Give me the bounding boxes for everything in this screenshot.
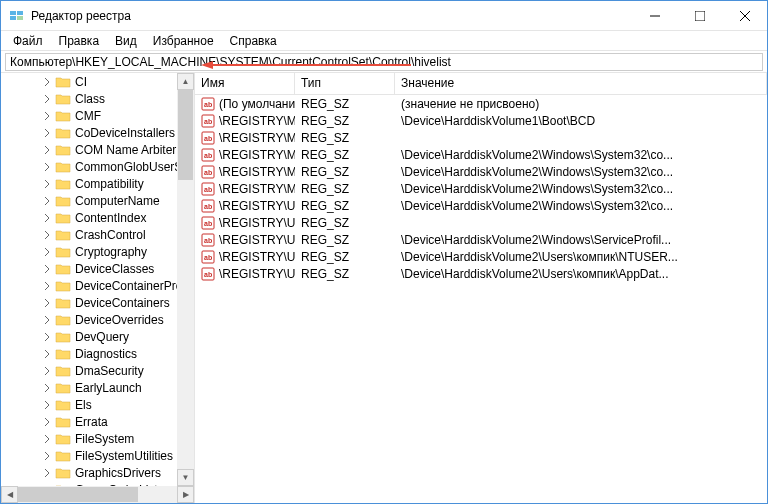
- tree-item[interactable]: Diagnostics: [1, 345, 194, 362]
- tree-item-label: Errata: [75, 415, 108, 429]
- menu-edit[interactable]: Правка: [51, 32, 108, 50]
- tree-item[interactable]: Compatibility: [1, 175, 194, 192]
- scroll-left-button[interactable]: ◀: [1, 486, 18, 503]
- tree-expand-icon[interactable]: [41, 467, 53, 479]
- tree-item[interactable]: ComputerName: [1, 192, 194, 209]
- list-row[interactable]: ab\REGISTRY\USE...REG_SZ\Device\Harddisk…: [195, 197, 767, 214]
- column-header-name[interactable]: Имя: [195, 73, 295, 94]
- cell-name: ab\REGISTRY\MA...: [195, 148, 295, 162]
- tree-item[interactable]: Cryptography: [1, 243, 194, 260]
- tree-item[interactable]: CommonGlobUserSe: [1, 158, 194, 175]
- tree-item[interactable]: FileSystemUtilities: [1, 447, 194, 464]
- column-header-value[interactable]: Значение: [395, 73, 767, 94]
- tree-item[interactable]: CrashControl: [1, 226, 194, 243]
- list-row[interactable]: ab\REGISTRY\USE...REG_SZ\Device\Harddisk…: [195, 231, 767, 248]
- column-header-type[interactable]: Тип: [295, 73, 395, 94]
- tree-item[interactable]: CMF: [1, 107, 194, 124]
- tree-horizontal-scrollbar[interactable]: ◀ ▶: [1, 486, 194, 503]
- tree-item[interactable]: FileSystem: [1, 430, 194, 447]
- tree-item[interactable]: DeviceContainerProp: [1, 277, 194, 294]
- close-button[interactable]: [722, 1, 767, 31]
- tree-item[interactable]: DevQuery: [1, 328, 194, 345]
- tree-expand-icon[interactable]: [41, 229, 53, 241]
- tree-expand-icon[interactable]: [41, 382, 53, 394]
- tree-expand-icon[interactable]: [41, 450, 53, 462]
- tree-scroll[interactable]: CIClassCMFCoDeviceInstallersCOM Name Arb…: [1, 73, 194, 486]
- tree-expand-icon[interactable]: [41, 76, 53, 88]
- tree-expand-icon[interactable]: [41, 93, 53, 105]
- menu-favorites[interactable]: Избранное: [145, 32, 222, 50]
- address-input[interactable]: [5, 53, 763, 71]
- tree-item-label: COM Name Arbiter: [75, 143, 176, 157]
- svg-text:ab: ab: [204, 254, 212, 261]
- addressbar: [1, 51, 767, 73]
- scroll-thumb[interactable]: [178, 90, 193, 180]
- list-row[interactable]: ab\REGISTRY\MA...REG_SZ\Device\HarddiskV…: [195, 163, 767, 180]
- list-row[interactable]: ab\REGISTRY\USE...REG_SZ: [195, 214, 767, 231]
- tree-expand-icon[interactable]: [41, 144, 53, 156]
- tree-expand-icon[interactable]: [41, 348, 53, 360]
- tree-item[interactable]: DeviceClasses: [1, 260, 194, 277]
- list-row[interactable]: ab\REGISTRY\MA...REG_SZ\Device\HarddiskV…: [195, 146, 767, 163]
- scroll-track[interactable]: [18, 486, 177, 503]
- list-row[interactable]: ab\REGISTRY\MA...REG_SZ\Device\HarddiskV…: [195, 180, 767, 197]
- tree-expand-icon[interactable]: [41, 212, 53, 224]
- menu-file[interactable]: Файл: [5, 32, 51, 50]
- tree-item[interactable]: Errata: [1, 413, 194, 430]
- folder-icon: [55, 211, 71, 225]
- svg-rect-1: [17, 11, 23, 15]
- tree-item-label: Class: [75, 92, 105, 106]
- tree-item[interactable]: CoDeviceInstallers: [1, 124, 194, 141]
- tree-item[interactable]: GraphicsDrivers: [1, 464, 194, 481]
- list-row[interactable]: ab\REGISTRY\MA...REG_SZ: [195, 129, 767, 146]
- tree-expand-icon[interactable]: [41, 195, 53, 207]
- minimize-button[interactable]: [632, 1, 677, 31]
- scroll-track[interactable]: [177, 90, 194, 469]
- list-row[interactable]: ab\REGISTRY\MA...REG_SZ\Device\HarddiskV…: [195, 112, 767, 129]
- tree-expand-icon[interactable]: [41, 365, 53, 377]
- tree-item[interactable]: Els: [1, 396, 194, 413]
- tree-expand-icon[interactable]: [41, 246, 53, 258]
- value-name-text: \REGISTRY\USE...: [219, 250, 295, 264]
- tree-expand-icon[interactable]: [41, 263, 53, 275]
- cell-name: ab\REGISTRY\USE...: [195, 216, 295, 230]
- tree-item[interactable]: ContentIndex: [1, 209, 194, 226]
- list-row[interactable]: ab(По умолчанию)REG_SZ(значение не присв…: [195, 95, 767, 112]
- tree-expand-icon[interactable]: [41, 161, 53, 173]
- tree-vertical-scrollbar[interactable]: ▲ ▼: [177, 73, 194, 486]
- scroll-right-button[interactable]: ▶: [177, 486, 194, 503]
- list-row[interactable]: ab\REGISTRY\USE...REG_SZ\Device\Harddisk…: [195, 265, 767, 282]
- tree-expand-icon[interactable]: [41, 416, 53, 428]
- tree-item[interactable]: EarlyLaunch: [1, 379, 194, 396]
- menu-view[interactable]: Вид: [107, 32, 145, 50]
- tree-item-label: EarlyLaunch: [75, 381, 142, 395]
- scroll-up-button[interactable]: ▲: [177, 73, 194, 90]
- tree-expand-icon[interactable]: [41, 127, 53, 139]
- svg-text:ab: ab: [204, 186, 212, 193]
- tree-expand-icon[interactable]: [41, 178, 53, 190]
- tree-item[interactable]: COM Name Arbiter: [1, 141, 194, 158]
- tree-expand-icon[interactable]: [41, 433, 53, 445]
- list-row[interactable]: ab\REGISTRY\USE...REG_SZ\Device\Harddisk…: [195, 248, 767, 265]
- scroll-thumb[interactable]: [18, 487, 138, 502]
- tree-expand-icon[interactable]: [41, 331, 53, 343]
- maximize-button[interactable]: [677, 1, 722, 31]
- tree-expand-icon[interactable]: [41, 399, 53, 411]
- svg-text:ab: ab: [204, 220, 212, 227]
- cell-type: REG_SZ: [295, 114, 395, 128]
- tree-item[interactable]: DmaSecurity: [1, 362, 194, 379]
- tree-item[interactable]: DeviceOverrides: [1, 311, 194, 328]
- tree-expand-icon[interactable]: [41, 314, 53, 326]
- folder-icon: [55, 432, 71, 446]
- tree-expand-icon[interactable]: [41, 297, 53, 309]
- svg-text:ab: ab: [204, 118, 212, 125]
- tree-expand-icon[interactable]: [41, 110, 53, 122]
- tree-expand-icon[interactable]: [41, 280, 53, 292]
- tree-item-label: CrashControl: [75, 228, 146, 242]
- folder-icon: [55, 313, 71, 327]
- tree-item[interactable]: DeviceContainers: [1, 294, 194, 311]
- tree-item[interactable]: Class: [1, 90, 194, 107]
- menu-help[interactable]: Справка: [222, 32, 285, 50]
- scroll-down-button[interactable]: ▼: [177, 469, 194, 486]
- tree-item[interactable]: CI: [1, 73, 194, 90]
